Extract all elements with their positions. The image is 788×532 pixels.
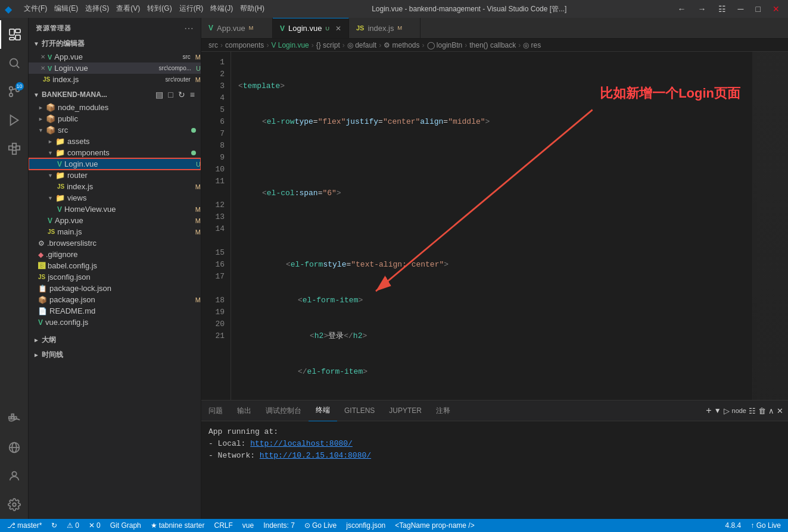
open-editor-login-vue[interactable]: ✕ V Login.vue src\compo... U (29, 62, 201, 74)
tree-router[interactable]: ▼ 📁 router (29, 170, 201, 181)
open-editor-app-vue[interactable]: ✕ V App.vue src M (29, 51, 201, 62)
status-sync[interactable]: ↻ (49, 521, 60, 530)
sidebar-more-icon[interactable]: ⋯ (184, 23, 194, 34)
tree-browserslistrc[interactable]: ⚙ .browserslistrc (29, 237, 201, 249)
maximize-button[interactable]: □ (752, 4, 764, 14)
terminal-tab-problems[interactable]: 问题 (201, 400, 230, 421)
terminal-split-icon[interactable]: ▼ (714, 406, 721, 415)
tree-homeview-vue[interactable]: V HomeView.vue M (29, 204, 201, 215)
status-lang[interactable]: vue (240, 521, 256, 530)
open-editors-header[interactable]: ▼ 打开的编辑器 (29, 36, 201, 51)
tree-app-vue[interactable]: V App.vue M (29, 215, 201, 226)
terminal-local-link[interactable]: http://localhost:8080/ (250, 439, 353, 448)
open-editor-index-js[interactable]: JS index.js src\router M (29, 74, 201, 85)
status-warnings[interactable]: ⚠ 0 (64, 521, 82, 530)
activity-remote[interactable] (0, 433, 29, 462)
breadcrumb-loginbtn[interactable]: ◯ loginBtn (427, 41, 463, 49)
collapse-btn[interactable]: ≡ (189, 90, 196, 99)
history-forward-icon[interactable]: → (694, 4, 710, 14)
menu-select[interactable]: 选择(S) (85, 4, 109, 15)
activity-search[interactable] (0, 49, 29, 77)
tree-readme[interactable]: 📄 README.md (29, 305, 201, 317)
tab-login-vue-close[interactable]: ✕ (335, 24, 341, 33)
tab-index-js[interactable]: JS index.js M (349, 18, 421, 38)
tree-gitignore[interactable]: ◆ .gitignore (29, 249, 201, 260)
menu-view[interactable]: 查看(V) (116, 4, 140, 15)
activity-explorer[interactable] (0, 20, 29, 49)
activity-run[interactable] (0, 106, 29, 134)
close-x-icon[interactable]: ✕ (41, 54, 45, 60)
terminal-tab-gitlens[interactable]: GITLENS (337, 400, 382, 421)
status-version[interactable]: 4.8.4 (723, 521, 744, 530)
tree-src[interactable]: ▼ 📦 src (29, 124, 201, 136)
status-tabnine[interactable]: ★ tabnine starter (148, 521, 207, 530)
terminal-run-icon[interactable]: ▷ (724, 406, 730, 415)
layout-icon[interactable]: ☷ (715, 4, 730, 14)
menu-run[interactable]: 运行(R) (179, 4, 204, 15)
status-git-graph[interactable]: Git Graph (108, 521, 144, 530)
terminal-tab-jupyter[interactable]: JUPYTER (382, 400, 429, 421)
breadcrumb-methods[interactable]: ⚙ methods (384, 41, 419, 49)
outline-header[interactable]: ► 大纲 (29, 333, 201, 348)
tree-jsconfig-json[interactable]: JS jsconfig.json (29, 271, 201, 283)
terminal-layout-icon[interactable]: ☷ (749, 406, 756, 415)
terminal-tab-output[interactable]: 输出 (230, 400, 258, 421)
breadcrumb-login-vue[interactable]: V Login.vue (271, 41, 309, 49)
terminal-add-icon[interactable]: + (706, 405, 711, 416)
activity-extensions[interactable] (0, 134, 29, 163)
breadcrumb-script[interactable]: {} script (316, 41, 340, 49)
window-controls[interactable]: ← → ☷ ─ □ ✕ (674, 4, 783, 14)
code-content[interactable]: <template> <el-row type="flex" justify="… (231, 52, 752, 400)
new-file-btn[interactable]: ▤ (154, 90, 164, 99)
menu-file[interactable]: 文件(F) (24, 4, 47, 15)
activity-docker[interactable] (0, 405, 29, 433)
terminal-content[interactable]: App running at: - Local: http://localhos… (201, 421, 788, 519)
new-folder-btn[interactable]: □ (167, 90, 174, 99)
breadcrumb-src[interactable]: src (208, 41, 218, 49)
status-indents[interactable]: Indents: 7 (261, 521, 297, 530)
status-jsconfig[interactable]: jsconfig.json (344, 521, 388, 530)
activity-account[interactable] (0, 462, 29, 490)
history-back-icon[interactable]: ← (674, 4, 690, 14)
tree-vue-config[interactable]: V vue.config.js (29, 317, 201, 328)
menu-edit[interactable]: 编辑(E) (54, 4, 78, 15)
project-header[interactable]: ▼ BANKEND-MANA... ▤ □ ↻ ≡ (29, 87, 201, 102)
terminal-close-icon[interactable]: ✕ (777, 406, 783, 415)
breadcrumb-res[interactable]: ◎ res (523, 41, 541, 49)
close-x-icon2[interactable]: ✕ (41, 65, 45, 71)
tree-views[interactable]: ▼ 📁 views (29, 192, 201, 204)
terminal-tab-terminal[interactable]: 终端 (309, 400, 337, 421)
status-branch[interactable]: ⎇ master* (5, 521, 44, 530)
tree-public[interactable]: ► 📦 public (29, 113, 201, 124)
tree-main-js[interactable]: JS main.js M (29, 226, 201, 237)
status-tagname[interactable]: <TagName prop-name /> (393, 521, 476, 530)
close-button[interactable]: ✕ (769, 4, 783, 14)
menu-goto[interactable]: 转到(G) (147, 4, 172, 15)
status-errors[interactable]: ✕ 0 (86, 521, 103, 530)
minimize-button[interactable]: ─ (734, 4, 747, 14)
tab-app-vue[interactable]: V App.vue M (201, 18, 273, 38)
terminal-tab-debug[interactable]: 调试控制台 (258, 400, 309, 421)
tree-assets[interactable]: ► 📁 assets (29, 136, 201, 147)
menu-terminal[interactable]: 终端(J) (210, 4, 233, 15)
timeline-header[interactable]: ► 时间线 (29, 348, 201, 362)
tab-login-vue[interactable]: V Login.vue U ✕ (273, 18, 349, 38)
activity-settings[interactable] (0, 490, 29, 519)
tree-router-index-js[interactable]: JS index.js M (29, 181, 201, 192)
activity-source-control[interactable]: 10 (0, 77, 29, 106)
menu-bar[interactable]: ◆ 文件(F) 编辑(E) 选择(S) 查看(V) 转到(G) 运行(R) 终端… (5, 4, 264, 15)
tree-babel-config[interactable]: 🅱 babel.config.js (29, 260, 201, 271)
terminal-tab-comments[interactable]: 注释 (429, 400, 457, 421)
terminal-trash-icon[interactable]: 🗑 (758, 406, 766, 415)
tree-package-json[interactable]: 📦 package.json M (29, 294, 201, 305)
breadcrumb-then[interactable]: then() callback (469, 41, 516, 49)
refresh-btn[interactable]: ↻ (177, 90, 186, 99)
terminal-network-link[interactable]: http://10.2.15.104:8080/ (260, 451, 371, 460)
menu-help[interactable]: 帮助(H) (240, 4, 264, 15)
tree-node-modules[interactable]: ► 📦 node_modules (29, 102, 201, 113)
tree-login-vue[interactable]: V Login.vue U (29, 158, 201, 170)
breadcrumb-components[interactable]: components (225, 41, 264, 49)
tree-components[interactable]: ▼ 📁 components (29, 147, 201, 158)
breadcrumb-default[interactable]: ◎ default (347, 41, 376, 49)
status-golive[interactable]: ⊙ Go Live (302, 521, 339, 530)
